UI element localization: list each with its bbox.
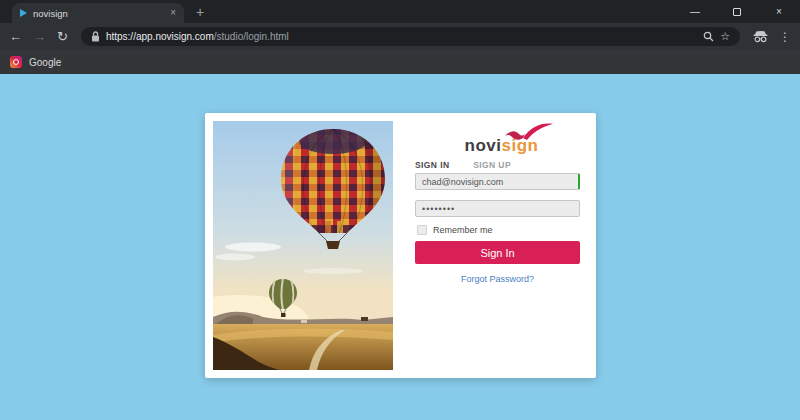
bookmark-label: Google — [29, 57, 61, 68]
url-host: https://app.novisign.com — [106, 31, 214, 42]
tab-title: novisign — [33, 8, 164, 19]
forward-icon[interactable]: → — [33, 30, 46, 43]
browser-toolbar: ← → ↻ https://app.novisign.com/studio/lo… — [0, 23, 800, 50]
instagram-favicon-icon — [10, 56, 22, 68]
browser-menu-icon[interactable]: ⋮ — [779, 30, 791, 44]
url-path: /studio/login.html — [214, 31, 289, 42]
remember-me-row[interactable]: Remember me — [417, 225, 493, 235]
reload-icon[interactable]: ↻ — [57, 30, 68, 43]
password-field[interactable] — [415, 200, 580, 217]
browser-window: novisign × + — × ← → ↻ https://app.novis… — [0, 0, 800, 74]
incognito-avatar-icon[interactable] — [753, 30, 768, 43]
logo-text-novi: novi — [465, 136, 502, 155]
page-viewport: novisign SIGN IN SIGN UP Remember me Sig… — [0, 74, 800, 420]
maximize-button[interactable] — [716, 0, 758, 23]
email-field[interactable] — [415, 173, 580, 190]
tab-close-icon[interactable]: × — [170, 8, 176, 18]
url-text: https://app.novisign.com/studio/login.ht… — [106, 31, 289, 42]
back-icon[interactable]: ← — [9, 30, 22, 43]
forgot-password-link[interactable]: Forgot Password? — [415, 274, 580, 284]
site-favicon-icon — [20, 9, 27, 17]
zoom-search-icon[interactable] — [703, 31, 714, 42]
close-window-button[interactable]: × — [758, 0, 800, 23]
tab-sign-up[interactable]: SIGN UP — [473, 160, 511, 170]
remember-label: Remember me — [433, 225, 493, 235]
balloon-photo — [213, 121, 393, 370]
minimize-button[interactable]: — — [674, 0, 716, 23]
auth-tabs: SIGN IN SIGN UP — [415, 160, 511, 170]
maximize-icon — [733, 8, 741, 16]
remember-checkbox[interactable] — [417, 225, 427, 235]
bookmarks-bar: Google — [0, 50, 800, 74]
browser-tab[interactable]: novisign × — [12, 3, 184, 23]
tab-strip: novisign × + — × — [0, 0, 800, 23]
lock-icon — [91, 31, 100, 42]
novisign-logo: novisign — [415, 137, 588, 154]
sign-in-button[interactable]: Sign In — [415, 241, 580, 264]
new-tab-button[interactable]: + — [196, 4, 204, 20]
login-card: novisign SIGN IN SIGN UP Remember me Sig… — [205, 113, 596, 378]
address-bar[interactable]: https://app.novisign.com/studio/login.ht… — [81, 27, 740, 46]
bookmark-item-google[interactable]: Google — [10, 56, 61, 68]
logo-swoosh-icon — [503, 122, 555, 142]
login-form: novisign SIGN IN SIGN UP Remember me Sig… — [415, 113, 588, 378]
window-controls: — × — [674, 0, 800, 23]
bookmark-star-icon[interactable]: ☆ — [720, 31, 730, 42]
tab-sign-in[interactable]: SIGN IN — [415, 160, 449, 170]
